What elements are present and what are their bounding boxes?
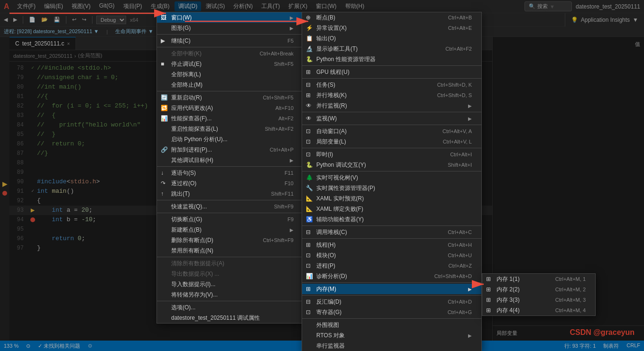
menu-deleteallbp-item[interactable]: 删除所有断点(D) Ctrl+Shift+F9 [157,235,303,245]
pydbg-icon: 🐍 [306,162,313,168]
ws-sep4 [302,125,481,125]
othertargets-arrow: ▶ [290,158,294,163]
quickwatch-label: 快速监视(Q)... [171,203,207,211]
menu-detachall-item[interactable]: 全部拆离(L) [157,69,303,80]
menu-continue-item[interactable]: ▶ 继续(C) F5 [157,36,303,46]
mem3-icon: ⊞ [486,297,491,303]
watch-arrow: ▶ [468,116,472,121]
sep6 [157,213,303,213]
ws-threads[interactable]: ⊞ 线程(H)Ctrl+Alt+H [302,240,481,250]
menu-othertargets-item[interactable]: 其他调试目标(H) ▶ [157,155,303,165]
ws-tasks[interactable]: ⊟ 任务(S)Ctrl+Shift+D, K [302,80,481,90]
auto-shortcut: Ctrl+Alt+V, A [431,128,472,134]
mem-2[interactable]: ⊞ 内存 2(2)Ctrl+Alt+M, 2 [482,284,595,295]
menu-importdatatips-item[interactable]: 导入数据提示(I)... [157,279,303,289]
ws-locals[interactable]: ⊡ 局部变量(L)Ctrl+Alt+V, L [302,136,481,147]
mem-3[interactable]: ⊞ 内存 3(3)Ctrl+Alt+M, 3 [482,295,595,305]
proc-shortcut: Ctrl+Alt+Z [437,263,472,269]
ws-python-perf[interactable]: 🐍 Python 性能资源管理器 [302,54,481,64]
menu-perfprofiler-item[interactable]: 📊 性能探查器(F)... Alt+F2 [157,113,303,124]
mem3-shortcut: Ctrl+Alt+M, 3 [544,297,586,303]
ws-parallel-stacks[interactable]: ⊞ 并行堆栈(K)Ctrl+Shift+D, S [302,90,481,100]
stepout-shortcut: Shift+F11 [260,191,294,197]
menu-disableallbp-item[interactable]: 禁用所有断点(N) [157,245,303,256]
togglebp-shortcut: F9 [276,216,294,222]
menu-stepout-item[interactable]: ↑ 跳出(T) Shift+F11 [157,189,303,199]
auto-icon: ⊡ [306,128,311,135]
mem-4[interactable]: ⊞ 内存 4(4)Ctrl+Alt+M, 4 [482,305,595,315]
attach-icon: 🔗 [161,146,168,153]
breakall-shortcut: Ctrl+Alt+Break [248,51,294,56]
lp-icon: 🔧 [306,185,313,191]
stepout-icon: ↑ [161,190,164,197]
ws-modules[interactable]: ⊡ 模块(O)Ctrl+Alt+U [302,250,481,261]
da-shortcut: Ctrl+Shift+Alt+D [423,273,472,279]
menu-debugprops-item[interactable]: datestore_test_20250111 调试属性 [157,313,303,323]
mem1-shortcut: Ctrl+Alt+M, 1 [544,276,586,282]
pstacks-icon: ⊞ [306,92,311,99]
menu-restart-item[interactable]: 🔄 重新启动(R) Ctrl+Shift+F5 [157,92,303,103]
menu-terminateall-item[interactable]: 全部终止(M) [157,80,303,90]
ws-xaml-binding[interactable]: 📐 XAML 绑定失败(F) [302,204,481,214]
attachprocess-label: 附加到进程(P)... [171,146,212,154]
pwatch-icon: 👁 [306,102,312,109]
ws-callstack[interactable]: ⊟ 调用堆栈(C)Ctrl+Alt+C [302,227,481,237]
ws-diag-tools[interactable]: 🔬 显示诊断工具(T)Ctrl+Alt+F2 [302,44,481,54]
ws-gpu-threads[interactable]: ⊞ GPU 线程(U) [302,67,481,77]
perf-icon: 📊 [161,115,168,122]
stepinto-icon: ↓ [161,170,164,176]
ws-watch[interactable]: 👁 监视(W)▶ [302,113,481,124]
sep1 [157,34,303,35]
acc-icon: ♿ [306,216,313,223]
stopdebug-shortcut: Shift+F5 [263,61,294,67]
ws-accessibility[interactable]: ♿ 辅助功能检查器(Y) [302,214,481,225]
ws-rtos[interactable]: RTOS 对象▶ [302,330,481,341]
ws-python-debug[interactable]: 🐍 Python 调试交互(Y)Shift+Alt+I [302,160,481,170]
ws-diag-analysis[interactable]: 📊 诊断分析(D)Ctrl+Shift+Alt+D [302,271,481,281]
ws-autos[interactable]: ⊡ 自动窗口(A)Ctrl+Alt+V, A [302,126,481,136]
menu-savedump-item[interactable]: 将转储另存为(V)... [157,289,303,300]
continue-icon: ▶ [161,37,165,44]
menu-stopdebug-item[interactable]: ■ 停止调试(E) Shift+F5 [157,59,303,69]
py-icon: 🐍 [306,56,313,63]
menu-stepinto-item[interactable]: ↓ 逐语句(S) F11 [157,168,303,178]
ws-serial[interactable]: 串行监视器 [302,341,481,351]
ws-parallel-watch[interactable]: 👁 并行监视(R)▶ [302,100,481,111]
gpu-icon: ⊞ [306,69,311,75]
pydbg-shortcut: Shift+Alt+I [436,162,472,168]
menu-newbp-item[interactable]: 新建断点(B) ▶ [157,225,303,235]
menu-stepover-item[interactable]: ↷ 逐过程(O) F10 [157,178,303,189]
ws-exception-settings[interactable]: ⚡ 异常设置(X)Ctrl+Alt+E [302,23,481,33]
menu-pythonprofile-item[interactable]: 启动 Python 分析(U)... [157,134,303,144]
sep5 [157,200,303,200]
ws-xaml-preview[interactable]: 📐 XAML 实时预览(R) [302,193,481,204]
ws-processes[interactable]: ⊡ 进程(P)Ctrl+Alt+Z [302,261,481,271]
ws-registers[interactable]: ⊡ 寄存器(G)Ctrl+Alt+G [302,307,481,317]
stepover-label: 逐过程(O) [171,180,196,188]
ws-immediate[interactable]: ⊡ 即时(I)Ctrl+Alt+I [302,149,481,160]
menu-quickwatch-item[interactable]: 快速监视(Q)... Shift+F9 [157,201,303,212]
menu-cleardatatips-item[interactable]: 清除所有数据提示(A) [157,258,303,269]
menu-togglebp-item[interactable]: 切换断点(G) F9 [157,214,303,225]
mem4-shortcut: Ctrl+Alt+M, 4 [544,307,586,313]
menu-window-item[interactable]: 🖼 窗口(W) ▶ [157,12,303,23]
menu-restartperf-item[interactable]: 重启性能探查器(L) Shift+Alt+F2 [157,124,303,134]
menu-applychanges-item[interactable]: 🔁 应用代码更改(A) Alt+F10 [157,103,303,113]
stepover-icon: ↷ [161,180,166,187]
menu-breakall-item[interactable]: 全部中断(K) Ctrl+Alt+Break [157,48,303,59]
window-submenu: ⊕ 断点(B)Ctrl+Alt+B ⚡ 异常设置(X)Ctrl+Alt+E 📋 … [302,12,482,351]
ws-live-visual[interactable]: 🌲 实时可视化树(V) [302,172,481,183]
ws-memory[interactable]: ⊞ 内存(M)▶ [302,284,481,294]
menu-exportdatatips-item[interactable]: 导出数据提示(X) ... [157,269,303,279]
menu-graphics-item[interactable]: 图形(G) ▶ [157,23,303,33]
ws-breakpoints[interactable]: ⊕ 断点(B)Ctrl+Alt+B [302,12,481,23]
menu-attachprocess-item[interactable]: 🔗 附加到进程(P)... Ctrl+Alt+P [157,144,303,155]
ws-disassembly[interactable]: ⊟ 反汇编(D)Ctrl+Alt+D [302,297,481,307]
ws-output[interactable]: 📋 输出(O) [302,33,481,44]
ws-live-property[interactable]: 🔧 实时属性资源管理器(P) [302,183,481,193]
graphics-item-label: 图形(G) [171,24,191,32]
menu-options-item[interactable]: 选项(O)... [157,302,303,313]
mem-1[interactable]: ⊞ 内存 1(1)Ctrl+Alt+M, 1 [482,274,595,284]
ws-peripheral[interactable]: 外围视图 [302,320,481,330]
xamlp-icon: 📐 [306,195,313,202]
